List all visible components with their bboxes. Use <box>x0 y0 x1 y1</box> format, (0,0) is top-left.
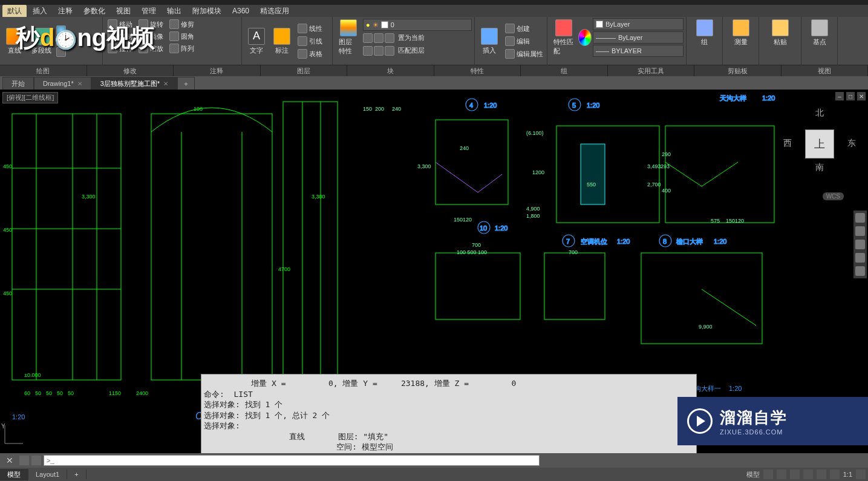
tab-villa[interactable]: 3层独栋别墅施工图*✕ <box>91 77 177 90</box>
close-icon[interactable]: ✕ <box>163 80 168 87</box>
svg-text:100 500 100: 100 500 100 <box>457 249 487 255</box>
command-input[interactable] <box>44 455 540 466</box>
leader-button[interactable]: 引线 <box>295 35 325 47</box>
text-window[interactable]: 增量 X = 0, 增量 Y = 23188, 增量 Z = 0 命令: LIS… <box>201 374 697 460</box>
line-button[interactable]: 直线 <box>2 27 27 56</box>
zoom-icon[interactable] <box>855 240 865 249</box>
view-cube[interactable]: 北 南 西 东 上 <box>783 108 856 180</box>
basepoint-button[interactable]: 基点 <box>804 18 835 48</box>
edit-attr-button[interactable]: 编辑属性 <box>503 48 546 60</box>
copy-button[interactable]: 复制 <box>105 30 135 42</box>
move-button[interactable]: 移动 <box>105 18 135 30</box>
menu-parametric[interactable]: 参数化 <box>79 5 110 18</box>
text-button[interactable]: A文字 <box>244 27 269 56</box>
viewcube-east[interactable]: 东 <box>847 138 856 149</box>
pan-icon[interactable] <box>855 226 865 236</box>
viewcube-south[interactable]: 南 <box>783 162 856 173</box>
viewcube-west[interactable]: 西 <box>783 138 792 149</box>
svg-text:10: 10 <box>480 224 487 232</box>
layer-ico2[interactable] <box>374 33 383 43</box>
linear-dim-button[interactable]: 线性 <box>295 22 325 34</box>
wcs-label[interactable]: WCS <box>823 192 844 200</box>
svg-text:沟大样一: 沟大样一 <box>694 385 721 392</box>
viewcube-north[interactable]: 北 <box>783 108 856 119</box>
dim-button[interactable]: 标注 <box>270 27 294 56</box>
osnap-icon[interactable] <box>817 470 826 479</box>
scale-button[interactable]: 缩放 <box>136 42 166 54</box>
create-block-button[interactable]: 创建 <box>503 22 546 34</box>
measure-button[interactable]: 测量 <box>725 18 756 48</box>
nav-wheel-icon[interactable] <box>855 213 865 223</box>
menu-annotate[interactable]: 注释 <box>53 5 77 18</box>
cmdline-search-icon[interactable] <box>31 456 41 465</box>
drawing-canvas[interactable]: [俯视][二维线框] – □ ✕ 450 450 450 3,300 3,300… <box>0 90 868 460</box>
ortho-icon[interactable] <box>790 470 800 479</box>
polar-icon[interactable] <box>803 470 813 479</box>
snap-icon[interactable] <box>777 470 786 479</box>
tab-drawing1[interactable]: Drawing1*✕ <box>34 77 91 90</box>
trim-button[interactable]: 修剪 <box>167 18 197 30</box>
cmdline-close-icon[interactable]: ✕ <box>2 456 17 465</box>
stretch-button[interactable]: 拉伸 <box>105 42 135 54</box>
lwt-icon[interactable] <box>830 470 840 479</box>
showmotion-icon[interactable] <box>855 266 865 276</box>
menu-manage[interactable]: 管理 <box>137 5 161 18</box>
rotate-button[interactable]: 旋转 <box>136 18 166 30</box>
layout1-tab[interactable]: Layout1 <box>28 470 67 479</box>
table-button[interactable]: 表格 <box>295 48 325 60</box>
menu-featured[interactable]: 精选应用 <box>255 5 294 18</box>
close-icon[interactable]: ✕ <box>77 80 82 87</box>
linetype-combo[interactable]: ———ByLayer <box>593 31 684 44</box>
color-combo[interactable]: ByLayer <box>593 18 684 30</box>
circle-icon[interactable] <box>56 25 66 35</box>
menu-default[interactable]: 默认 <box>2 5 27 18</box>
svg-text:50: 50 <box>68 390 74 396</box>
watermark-zixue: 溜溜自学 ZIXUE.3D66.COM <box>677 397 868 445</box>
file-tabs: 开始 Drawing1*✕ 3层独栋别墅施工图*✕ ＋ <box>0 76 868 90</box>
nav-bar <box>853 211 867 278</box>
menu-insert[interactable]: 插入 <box>28 5 52 18</box>
rect-icon[interactable] <box>56 47 66 57</box>
match-props-button[interactable]: 特性匹配 <box>550 18 577 57</box>
array-button[interactable]: 阵列 <box>167 42 197 54</box>
new-tab-button[interactable]: ＋ <box>177 77 195 90</box>
layer-ico3[interactable] <box>385 33 394 43</box>
cmdline-expand-icon[interactable] <box>19 456 29 465</box>
svg-rect-32 <box>581 144 605 205</box>
insert-block-button[interactable]: 插入 <box>477 27 501 56</box>
menu-view[interactable]: 视图 <box>111 5 135 18</box>
match-layer-button[interactable]: 匹配图层 <box>396 45 427 56</box>
menu-output[interactable]: 输出 <box>162 5 186 18</box>
orbit-icon[interactable] <box>855 253 865 263</box>
model-tab[interactable]: 模型 <box>0 469 28 480</box>
layer-props-button[interactable]: 图层特性 <box>335 18 362 57</box>
gear-icon[interactable] <box>856 470 866 479</box>
edit-block-button[interactable]: 编辑 <box>503 35 546 47</box>
layer-ico1[interactable] <box>363 33 373 43</box>
layer-combo[interactable]: ●☀0 <box>363 19 472 31</box>
svg-text:1:20: 1:20 <box>12 413 25 420</box>
svg-text:4,900: 4,900 <box>526 206 540 212</box>
menu-a360[interactable]: A360 <box>227 5 254 16</box>
fillet-button[interactable]: 圆角 <box>167 30 197 42</box>
layer-ico6[interactable] <box>385 46 394 56</box>
tab-start[interactable]: 开始 <box>2 77 34 90</box>
arc-icon[interactable] <box>56 36 66 46</box>
layer-ico4[interactable] <box>363 46 373 56</box>
status-model[interactable]: 模型 <box>746 470 760 479</box>
panel-label-block: 块 <box>347 65 434 76</box>
lineweight-combo[interactable]: ——BYLAYER <box>593 45 684 57</box>
mirror-button[interactable]: 镜像 <box>136 30 166 42</box>
polyline-button[interactable]: 多段线 <box>28 27 55 56</box>
group-button[interactable]: 组 <box>689 18 720 48</box>
paste-button[interactable]: 粘贴 <box>762 18 798 48</box>
add-layout-tab[interactable]: + <box>67 470 86 479</box>
grid-icon[interactable] <box>763 470 773 479</box>
layer-ico5[interactable] <box>374 46 383 56</box>
svg-text:9,900: 9,900 <box>699 324 713 330</box>
color-wheel-icon[interactable] <box>578 29 592 46</box>
svg-text:50: 50 <box>35 390 41 396</box>
set-current-button[interactable]: 置为当前 <box>396 32 427 44</box>
menu-addins[interactable]: 附加模块 <box>188 5 226 18</box>
scale-indicator[interactable]: 1:1 <box>843 471 852 478</box>
